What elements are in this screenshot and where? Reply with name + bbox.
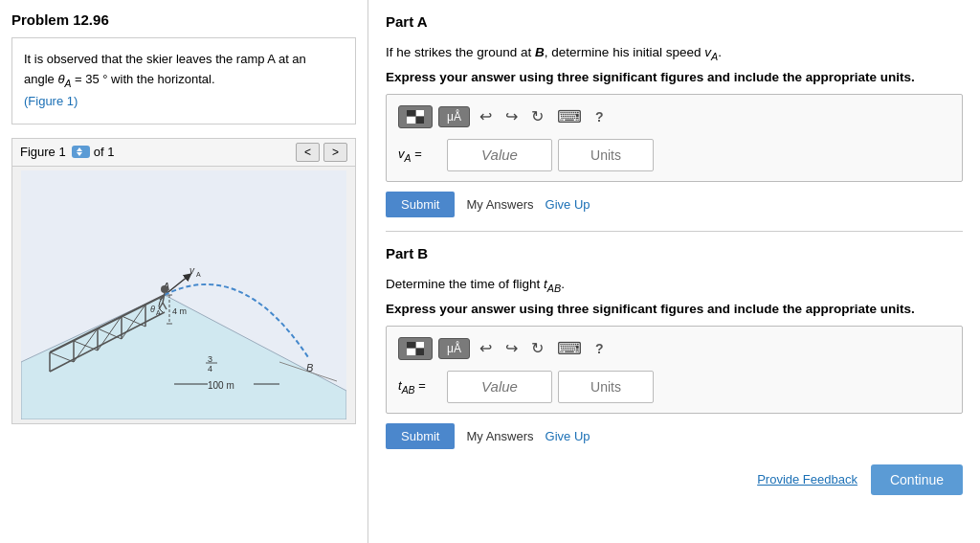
figure-prev-button[interactable]: < bbox=[296, 143, 320, 162]
part-b-value-input[interactable] bbox=[447, 371, 552, 403]
part-a-grid-button[interactable] bbox=[398, 105, 433, 128]
description-text: It is observed that the skier leaves the… bbox=[24, 52, 306, 86]
part-b-input-box: μÅ ↩ ↪ ↻ ⌨ ? tAB = bbox=[386, 326, 963, 414]
svg-text:θ: θ bbox=[150, 305, 155, 314]
figure-nav: Figure 1 of 1 < > bbox=[11, 138, 356, 166]
figure-label: Figure 1 bbox=[20, 145, 66, 159]
right-panel: Part A If he strikes the ground at B, de… bbox=[368, 0, 980, 543]
part-a-give-up-link[interactable]: Give Up bbox=[546, 197, 590, 212]
svg-text:A: A bbox=[156, 309, 161, 316]
part-a-input-box: μÅ ↩ ↪ ↻ ⌨ ? vA = bbox=[386, 94, 963, 182]
part-a-mu-button[interactable]: μÅ bbox=[438, 106, 470, 127]
provide-feedback-link[interactable]: Provide Feedback bbox=[757, 472, 858, 486]
part-b-value-row: tAB = bbox=[398, 371, 950, 403]
figure-link[interactable]: (Figure 1) bbox=[24, 94, 78, 108]
va-sub: A bbox=[711, 51, 718, 62]
figure-svg: A θ A v A 4 m B bbox=[21, 170, 346, 419]
grid-icon-b bbox=[407, 342, 424, 355]
part-a-action-row: Submit My Answers Give Up bbox=[386, 192, 963, 217]
part-b-undo-button[interactable]: ↩ bbox=[476, 337, 496, 359]
part-b-section: Part B Determine the time of flight tAB.… bbox=[386, 245, 963, 449]
part-a-units-input[interactable] bbox=[558, 139, 654, 171]
va-var: v bbox=[704, 45, 711, 59]
part-b-action-row: Submit My Answers Give Up bbox=[386, 423, 963, 449]
part-b-redo-button[interactable]: ↪ bbox=[501, 337, 522, 359]
part-a-question: If he strikes the ground at B, determine… bbox=[386, 43, 963, 64]
part-a-keyboard-button[interactable]: ⌨ bbox=[553, 104, 586, 129]
part-b-title: Part B bbox=[386, 245, 963, 265]
part-b-grid-button[interactable] bbox=[398, 337, 433, 360]
part-a-help-button[interactable]: ? bbox=[595, 109, 604, 124]
svg-text:3: 3 bbox=[208, 354, 212, 364]
part-a-redo-button[interactable]: ↪ bbox=[501, 105, 522, 127]
part-b-question: Determine the time of flight tAB. bbox=[386, 275, 963, 296]
part-a-instruction: Express your answer using three signific… bbox=[386, 70, 963, 84]
part-a-value-input[interactable] bbox=[447, 139, 552, 171]
part-b-instruction: Express your answer using three signific… bbox=[386, 302, 963, 316]
part-b-give-up-link[interactable]: Give Up bbox=[546, 429, 590, 443]
part-b-toolbar: μÅ ↩ ↪ ↻ ⌨ ? bbox=[398, 336, 950, 361]
part-b-keyboard-button[interactable]: ⌨ bbox=[553, 336, 586, 361]
part-b-units-input[interactable] bbox=[558, 371, 654, 403]
svg-point-34 bbox=[161, 285, 168, 293]
part-b-var-label: tAB = bbox=[398, 378, 441, 396]
figure-next-button[interactable]: > bbox=[323, 143, 347, 162]
part-a-submit-button[interactable]: Submit bbox=[386, 192, 455, 217]
part-separator bbox=[386, 231, 963, 232]
svg-text:4: 4 bbox=[208, 364, 212, 373]
dropdown-arrows bbox=[77, 147, 82, 156]
left-panel: Problem 12.96 It is observed that the sk… bbox=[0, 0, 368, 543]
figure-box: A θ A v A 4 m B bbox=[11, 166, 356, 424]
svg-text:100 m: 100 m bbox=[208, 380, 234, 391]
part-b-refresh-button[interactable]: ↻ bbox=[527, 337, 547, 359]
bottom-actions: Provide Feedback Continue bbox=[386, 464, 963, 495]
problem-title: Problem 12.96 bbox=[11, 11, 356, 28]
part-a-undo-button[interactable]: ↩ bbox=[476, 105, 496, 127]
part-a-var-label: vA = bbox=[398, 147, 441, 164]
part-a-my-answers: My Answers bbox=[466, 197, 533, 212]
part-b-mu-button[interactable]: μÅ bbox=[438, 338, 470, 359]
part-b-help-button[interactable]: ? bbox=[595, 341, 604, 356]
continue-button[interactable]: Continue bbox=[871, 464, 963, 495]
tab-sub: AB bbox=[547, 283, 561, 294]
part-b-submit-button[interactable]: Submit bbox=[386, 423, 455, 449]
grid-icon bbox=[407, 110, 424, 124]
part-a-section: Part A If he strikes the ground at B, de… bbox=[386, 13, 963, 217]
part-a-toolbar: μÅ ↩ ↪ ↻ ⌨ ? bbox=[398, 104, 950, 129]
theta-sub: A bbox=[64, 78, 71, 88]
part-b-my-answers: My Answers bbox=[466, 429, 533, 443]
part-a-value-row: vA = bbox=[398, 139, 950, 171]
figure-nav-buttons: < > bbox=[296, 143, 347, 162]
figure-of-text: of 1 bbox=[94, 145, 115, 159]
figure-select-dropdown[interactable] bbox=[72, 146, 90, 158]
problem-description: It is observed that the skier leaves the… bbox=[11, 37, 356, 124]
part-a-refresh-button[interactable]: ↻ bbox=[527, 105, 547, 127]
part-a-title: Part A bbox=[386, 13, 963, 34]
svg-text:4 m: 4 m bbox=[172, 306, 187, 316]
svg-text:A: A bbox=[196, 271, 201, 278]
